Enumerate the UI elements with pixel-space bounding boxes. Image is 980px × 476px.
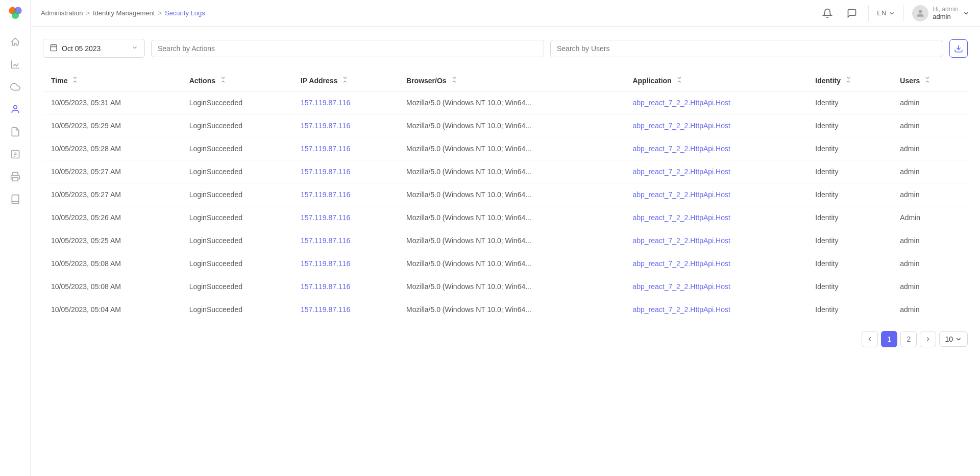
cell-application[interactable]: abp_react_7_2_2.HttpApi.Host	[624, 160, 807, 183]
cell-users: admin	[892, 137, 968, 160]
user-greeting: Hi, admin	[933, 6, 959, 13]
sidebar-item-analytics[interactable]	[6, 55, 24, 74]
sidebar-item-home[interactable]	[6, 33, 24, 51]
app-logo	[6, 5, 24, 23]
sidebar-item-document2[interactable]	[6, 145, 24, 163]
breadcrumb: Administration > Identity Management > S…	[41, 9, 205, 17]
cell-time: 10/05/2023, 05:29 AM	[43, 114, 181, 137]
cell-browser: Mozilla/5.0 (Windows NT 10.0; Win64...	[398, 137, 624, 160]
user-menu[interactable]: Hi, admin admin	[912, 5, 970, 21]
search-users-input[interactable]	[550, 40, 943, 57]
cell-application[interactable]: abp_react_7_2_2.HttpApi.Host	[624, 206, 807, 229]
cell-time: 10/05/2023, 05:28 AM	[43, 137, 181, 160]
cell-application[interactable]: abp_react_7_2_2.HttpApi.Host	[624, 91, 807, 114]
page-size-chevron-icon	[955, 336, 962, 343]
breadcrumb-administration[interactable]: Administration	[41, 9, 83, 17]
user-text: Hi, admin admin	[933, 6, 959, 20]
language-selector[interactable]: EN	[868, 5, 904, 21]
pagination-next-button[interactable]	[920, 331, 936, 347]
cell-browser: Mozilla/5.0 (Windows NT 10.0; Win64...	[398, 275, 624, 298]
cell-users: Admin	[892, 206, 968, 229]
cell-actions: LoginSucceeded	[181, 91, 292, 114]
cell-ip[interactable]: 157.119.87.116	[292, 91, 398, 114]
sort-users-icon	[924, 76, 931, 83]
cell-actions: LoginSucceeded	[181, 160, 292, 183]
message-icon[interactable]	[844, 5, 860, 21]
cell-application[interactable]: abp_react_7_2_2.HttpApi.Host	[624, 183, 807, 206]
cell-browser: Mozilla/5.0 (Windows NT 10.0; Win64...	[398, 298, 624, 321]
cell-users: admin	[892, 160, 968, 183]
cell-ip[interactable]: 157.119.87.116	[292, 137, 398, 160]
col-header-users[interactable]: Users	[892, 70, 968, 91]
calendar-icon	[50, 43, 58, 53]
breadcrumb-security-logs: Security Logs	[165, 9, 205, 17]
cell-application[interactable]: abp_react_7_2_2.HttpApi.Host	[624, 275, 807, 298]
col-header-browser[interactable]: Browser/Os	[398, 70, 624, 91]
sidebar-item-printer[interactable]	[6, 168, 24, 186]
cell-actions: LoginSucceeded	[181, 229, 292, 252]
cell-ip[interactable]: 157.119.87.116	[292, 298, 398, 321]
cell-browser: Mozilla/5.0 (Windows NT 10.0; Win64...	[398, 114, 624, 137]
cell-application[interactable]: abp_react_7_2_2.HttpApi.Host	[624, 252, 807, 275]
cell-identity: Identity	[807, 91, 892, 114]
pagination-page-2[interactable]: 2	[900, 331, 917, 347]
pagination: 1 2 10	[43, 321, 968, 347]
cell-actions: LoginSucceeded	[181, 206, 292, 229]
cell-ip[interactable]: 157.119.87.116	[292, 114, 398, 137]
notification-icon[interactable]	[819, 5, 836, 21]
cell-users: admin	[892, 114, 968, 137]
cell-application[interactable]: abp_react_7_2_2.HttpApi.Host	[624, 114, 807, 137]
cell-time: 10/05/2023, 05:25 AM	[43, 229, 181, 252]
page-size-selector[interactable]: 10	[939, 331, 968, 347]
sidebar-item-user[interactable]	[6, 100, 24, 118]
cell-application[interactable]: abp_react_7_2_2.HttpApi.Host	[624, 229, 807, 252]
cell-application[interactable]: abp_react_7_2_2.HttpApi.Host	[624, 137, 807, 160]
search-actions-input[interactable]	[151, 40, 544, 57]
topbar: Administration > Identity Management > S…	[31, 0, 980, 27]
sidebar-item-book[interactable]	[6, 190, 24, 208]
cell-browser: Mozilla/5.0 (Windows NT 10.0; Win64...	[398, 206, 624, 229]
table-row: 10/05/2023, 05:04 AM LoginSucceeded 157.…	[43, 298, 968, 321]
table-row: 10/05/2023, 05:08 AM LoginSucceeded 157.…	[43, 275, 968, 298]
table-row: 10/05/2023, 05:26 AM LoginSucceeded 157.…	[43, 206, 968, 229]
sidebar-item-cloud[interactable]	[6, 78, 24, 96]
cell-ip[interactable]: 157.119.87.116	[292, 252, 398, 275]
col-header-identity[interactable]: Identity	[807, 70, 892, 91]
cell-identity: Identity	[807, 137, 892, 160]
cell-time: 10/05/2023, 05:27 AM	[43, 160, 181, 183]
table-header: Time Actions	[43, 70, 968, 91]
cell-identity: Identity	[807, 206, 892, 229]
cell-ip[interactable]: 157.119.87.116	[292, 275, 398, 298]
sort-actions-icon	[219, 76, 227, 83]
download-button[interactable]	[949, 39, 968, 58]
col-header-ip[interactable]: IP Address	[292, 70, 398, 91]
breadcrumb-sep-2: >	[158, 9, 162, 17]
cell-time: 10/05/2023, 05:26 AM	[43, 206, 181, 229]
cell-ip[interactable]: 157.119.87.116	[292, 160, 398, 183]
svg-rect-8	[13, 178, 18, 181]
pagination-prev-button[interactable]	[862, 331, 878, 347]
col-header-application[interactable]: Application	[624, 70, 807, 91]
pagination-page-1[interactable]: 1	[881, 331, 897, 347]
cell-ip[interactable]: 157.119.87.116	[292, 229, 398, 252]
cell-identity: Identity	[807, 252, 892, 275]
date-picker[interactable]: Oct 05 2023	[43, 39, 145, 58]
cell-ip[interactable]: 157.119.87.116	[292, 183, 398, 206]
cell-actions: LoginSucceeded	[181, 137, 292, 160]
cell-time: 10/05/2023, 05:04 AM	[43, 298, 181, 321]
svg-point-2	[11, 12, 18, 19]
cell-identity: Identity	[807, 160, 892, 183]
cell-ip[interactable]: 157.119.87.116	[292, 206, 398, 229]
cell-browser: Mozilla/5.0 (Windows NT 10.0; Win64...	[398, 183, 624, 206]
table-row: 10/05/2023, 05:28 AM LoginSucceeded 157.…	[43, 137, 968, 160]
filters-row: Oct 05 2023	[43, 39, 968, 58]
col-header-actions[interactable]: Actions	[181, 70, 292, 91]
cell-users: admin	[892, 229, 968, 252]
sidebar-item-document[interactable]	[6, 123, 24, 141]
svg-rect-10	[51, 45, 57, 51]
cell-browser: Mozilla/5.0 (Windows NT 10.0; Win64...	[398, 229, 624, 252]
breadcrumb-identity-management[interactable]: Identity Management	[93, 9, 155, 17]
cell-application[interactable]: abp_react_7_2_2.HttpApi.Host	[624, 298, 807, 321]
col-header-time[interactable]: Time	[43, 70, 181, 91]
main-area: Administration > Identity Management > S…	[31, 0, 980, 476]
